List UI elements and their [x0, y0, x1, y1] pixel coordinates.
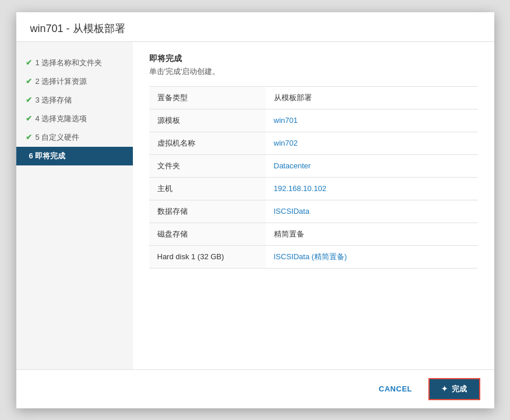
row-label: Hard disk 1 (32 GB)	[149, 245, 266, 268]
section-title: 即将完成	[149, 54, 478, 64]
check-icon: ✔	[26, 58, 32, 67]
row-value: 192.168.10.102	[266, 177, 478, 200]
check-icon: ✔	[26, 77, 32, 86]
check-icon: ✔	[26, 96, 32, 104]
table-row: 文件夹Datacenter	[149, 154, 478, 177]
main-content: 即将完成 单击'完成'启动创建。 置备类型从模板部署源模板win701虚拟机名称…	[133, 42, 494, 369]
row-label: 置备类型	[149, 86, 266, 109]
sidebar-item-step5[interactable]: ✔5 自定义硬件	[16, 128, 133, 147]
table-row: 主机192.168.10.102	[149, 177, 478, 200]
row-value: ISCSIData	[266, 200, 478, 223]
row-value: 从模板部署	[266, 86, 478, 109]
check-icon: ✔	[26, 133, 32, 142]
table-row: 源模板win701	[149, 109, 478, 132]
summary-table: 置备类型从模板部署源模板win701虚拟机名称win702文件夹Datacent…	[149, 86, 478, 269]
step-label: 3 选择存储	[36, 95, 124, 105]
finish-icon: ✦	[441, 384, 448, 393]
dialog-title: win701 - 从模板部署	[30, 22, 480, 36]
row-value: ISCSIData (精简置备)	[266, 245, 478, 268]
deploy-dialog: win701 - 从模板部署 ✔1 选择名称和文件夹✔2 选择计算资源✔3 选择…	[16, 12, 494, 408]
dialog-header: win701 - 从模板部署	[16, 12, 494, 42]
row-value: win701	[266, 109, 478, 132]
table-row: 数据存储ISCSIData	[149, 200, 478, 223]
row-label: 数据存储	[149, 200, 266, 223]
sidebar-item-step4[interactable]: ✔4 选择克隆选项	[16, 110, 133, 128]
row-label: 主机	[149, 177, 266, 200]
step-label: 6 即将完成	[29, 151, 124, 161]
dialog-footer: CANCEL ✦ 完成	[16, 369, 494, 408]
table-row: 置备类型从模板部署	[149, 86, 478, 109]
row-label: 源模板	[149, 109, 266, 132]
sidebar-item-step1[interactable]: ✔1 选择名称和文件夹	[16, 54, 133, 72]
sidebar-item-step3[interactable]: ✔3 选择存储	[16, 91, 133, 110]
section-desc: 单击'完成'启动创建。	[149, 66, 478, 77]
row-label: 磁盘存储	[149, 223, 266, 245]
step-label: 1 选择名称和文件夹	[36, 58, 124, 68]
dialog-body: ✔1 选择名称和文件夹✔2 选择计算资源✔3 选择存储✔4 选择克隆选项✔5 自…	[16, 42, 494, 369]
step-label: 4 选择克隆选项	[36, 114, 124, 124]
sidebar: ✔1 选择名称和文件夹✔2 选择计算资源✔3 选择存储✔4 选择克隆选项✔5 自…	[16, 42, 133, 369]
row-value: win702	[266, 132, 478, 154]
sidebar-item-step6[interactable]: 6 即将完成	[16, 147, 133, 165]
finish-button[interactable]: ✦ 完成	[428, 378, 480, 400]
finish-label: 完成	[452, 384, 467, 394]
row-value: 精简置备	[266, 223, 478, 245]
sidebar-item-step2[interactable]: ✔2 选择计算资源	[16, 72, 133, 91]
table-row: 虚拟机名称win702	[149, 132, 478, 154]
check-icon: ✔	[26, 114, 32, 123]
table-row: 磁盘存储精简置备	[149, 223, 478, 245]
cancel-button[interactable]: CANCEL	[370, 380, 421, 398]
row-label: 文件夹	[149, 154, 266, 177]
row-value: Datacenter	[266, 154, 478, 177]
step-label: 5 自定义硬件	[36, 132, 124, 143]
row-label: 虚拟机名称	[149, 132, 266, 154]
step-label: 2 选择计算资源	[36, 76, 124, 87]
table-row: Hard disk 1 (32 GB)ISCSIData (精简置备)	[149, 245, 478, 268]
